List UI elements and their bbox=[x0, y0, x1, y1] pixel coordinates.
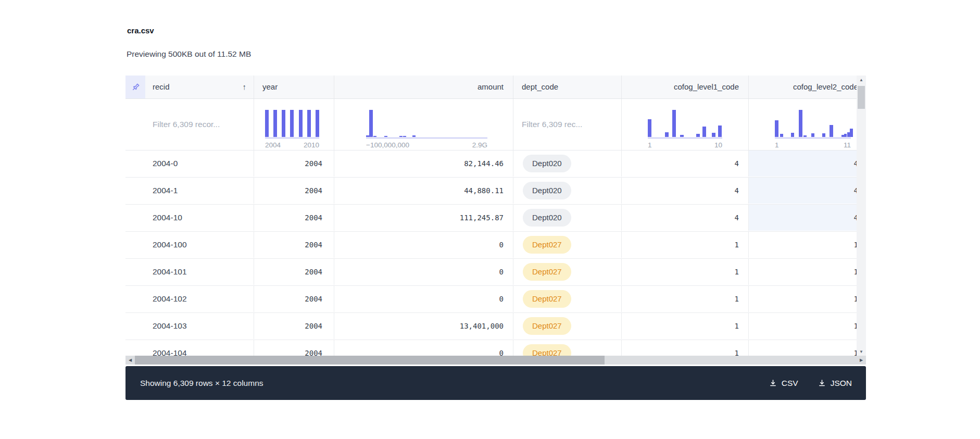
histogram-bar bbox=[412, 135, 416, 137]
histogram-cofog_level2_code[interactable]: 111 bbox=[775, 110, 851, 149]
header-row: recid↑yearamountdept_codecofog_level1_co… bbox=[125, 76, 857, 99]
histogram-baseline bbox=[775, 137, 851, 139]
histogram-bar bbox=[369, 110, 373, 137]
histogram-bar bbox=[648, 119, 651, 137]
vertical-scrollbar-thumb[interactable] bbox=[858, 86, 865, 109]
filter-cell-amount: −100,000,0002.9G bbox=[334, 99, 513, 150]
scroll-right-arrow-icon[interactable]: ▶ bbox=[857, 356, 866, 365]
histogram-max-label: 11 bbox=[844, 141, 851, 149]
cell-cofog1: 1 bbox=[621, 232, 748, 258]
histogram-bar bbox=[791, 133, 794, 137]
download-icon bbox=[818, 379, 826, 387]
column-header-label: cofog_level1_code bbox=[674, 82, 739, 91]
histogram-min-label: 1 bbox=[775, 141, 779, 149]
scroll-up-arrow-icon[interactable]: ▲ bbox=[857, 76, 866, 84]
file-preview-panel: cra.csv Previewing 500KB out of 11.52 MB… bbox=[0, 0, 980, 439]
column-header-amount[interactable]: amount bbox=[334, 76, 513, 98]
filter-input-recid[interactable]: Filter 6,309 recor... bbox=[153, 99, 220, 150]
histogram-bar bbox=[273, 110, 277, 137]
histogram-bar bbox=[712, 133, 715, 137]
horizontal-scrollbar[interactable]: ◀ ▶ bbox=[125, 356, 866, 365]
cell-cofog1: 4 bbox=[621, 205, 748, 231]
histogram-bar bbox=[799, 110, 802, 137]
cell-recid: 2004-104 bbox=[125, 340, 254, 356]
column-header-label: dept_code bbox=[522, 82, 558, 91]
cell-year: 2004 bbox=[254, 313, 334, 339]
column-header-dept_code[interactable]: dept_code bbox=[513, 76, 621, 98]
cell-year: 2004 bbox=[254, 340, 334, 356]
pin-icon bbox=[131, 82, 141, 92]
histogram-year[interactable]: 20042010 bbox=[265, 110, 319, 149]
histogram-bars bbox=[775, 110, 851, 137]
histogram-bar bbox=[850, 129, 853, 137]
histogram-cofog_level1_code[interactable]: 110 bbox=[648, 110, 722, 149]
cell-cofog1: 1 bbox=[621, 286, 748, 312]
cell-amount: 111,245.87 bbox=[334, 205, 513, 231]
histogram-bar bbox=[299, 110, 303, 137]
histogram-baseline bbox=[265, 137, 319, 139]
cell-cofog1: 4 bbox=[621, 150, 748, 177]
preview-size-subtitle: Previewing 500KB out of 11.52 MB bbox=[127, 49, 251, 59]
column-header-recid[interactable]: recid↑ bbox=[145, 76, 254, 98]
histogram-max-label: 2.9G bbox=[472, 141, 487, 149]
filter-cell-cofog_level1_code: 110 bbox=[621, 99, 748, 150]
cell-cofog2: 1 bbox=[748, 340, 857, 356]
cell-dept: Dept027 bbox=[513, 286, 621, 312]
scroll-left-arrow-icon[interactable]: ◀ bbox=[125, 356, 135, 365]
cell-amount: 0 bbox=[334, 232, 513, 258]
filter-cell-recid: Filter 6,309 recor... bbox=[125, 99, 254, 150]
column-header-label: amount bbox=[478, 82, 504, 91]
cell-cofog1: 1 bbox=[621, 313, 748, 339]
histogram-bar bbox=[316, 110, 319, 137]
csv-download-button[interactable]: CSV bbox=[768, 377, 799, 390]
cell-year: 2004 bbox=[254, 286, 334, 312]
histogram-bars bbox=[366, 110, 487, 137]
cell-dept: Dept027 bbox=[513, 340, 621, 356]
histogram-amount[interactable]: −100,000,0002.9G bbox=[366, 110, 487, 149]
json-download-button[interactable]: JSON bbox=[817, 377, 853, 390]
column-header-year[interactable]: year bbox=[254, 76, 334, 98]
cell-cofog2: 4 bbox=[748, 178, 857, 204]
vertical-scrollbar[interactable]: ▲ ▼ bbox=[857, 76, 866, 356]
table-row: 2004-10120040Dept02711 bbox=[125, 259, 857, 286]
pin-column-header[interactable] bbox=[125, 76, 145, 98]
cell-recid: 2004-100 bbox=[125, 232, 254, 258]
histogram-bar bbox=[403, 136, 406, 137]
sort-ascending-icon[interactable]: ↑ bbox=[243, 76, 247, 98]
histogram-baseline bbox=[648, 137, 722, 139]
cell-cofog1: 1 bbox=[621, 259, 748, 285]
histogram-bar bbox=[672, 110, 676, 137]
histogram-bar bbox=[307, 110, 311, 137]
column-header-cofog_level2_code[interactable]: cofog_level2_code bbox=[748, 76, 857, 98]
cell-amount: 0 bbox=[334, 259, 513, 285]
filter-cell-dept_code: Filter 6,309 rec... bbox=[513, 99, 621, 150]
cell-year: 2004 bbox=[254, 150, 334, 177]
dept-code-badge: Dept027 bbox=[523, 263, 571, 281]
filter-cell-year: 20042010 bbox=[254, 99, 334, 150]
histogram-bars bbox=[265, 110, 319, 137]
cell-recid: 2004-101 bbox=[125, 259, 254, 285]
cell-amount: 82,144.46 bbox=[334, 150, 513, 177]
cell-cofog1: 4 bbox=[621, 178, 748, 204]
cell-amount: 44,880.11 bbox=[334, 178, 513, 204]
table-body: 2004-0200482,144.46Dept020442004-1200444… bbox=[125, 150, 857, 356]
column-header-label: cofog_level2_code bbox=[793, 82, 857, 91]
cell-cofog2: 1 bbox=[748, 286, 857, 312]
histogram-bar bbox=[290, 110, 294, 137]
cell-dept: Dept020 bbox=[513, 205, 621, 231]
cell-cofog2: 1 bbox=[748, 259, 857, 285]
cell-year: 2004 bbox=[254, 205, 334, 231]
filter-input-dept_code[interactable]: Filter 6,309 rec... bbox=[522, 99, 582, 150]
histogram-bar bbox=[265, 110, 269, 137]
column-header-label: recid bbox=[153, 82, 170, 91]
cell-cofog2: 4 bbox=[748, 150, 857, 177]
histogram-bar bbox=[718, 126, 722, 137]
row-count-status: Showing 6,309 rows × 12 columns bbox=[140, 379, 768, 388]
page-title: cra.csv bbox=[127, 26, 154, 35]
scroll-down-arrow-icon[interactable]: ▼ bbox=[857, 347, 866, 356]
column-header-cofog_level1_code[interactable]: cofog_level1_code bbox=[621, 76, 748, 98]
histogram-baseline bbox=[366, 137, 487, 139]
dept-code-badge: Dept020 bbox=[523, 155, 571, 172]
horizontal-scrollbar-thumb[interactable] bbox=[135, 356, 605, 365]
cell-recid: 2004-1 bbox=[125, 178, 254, 204]
